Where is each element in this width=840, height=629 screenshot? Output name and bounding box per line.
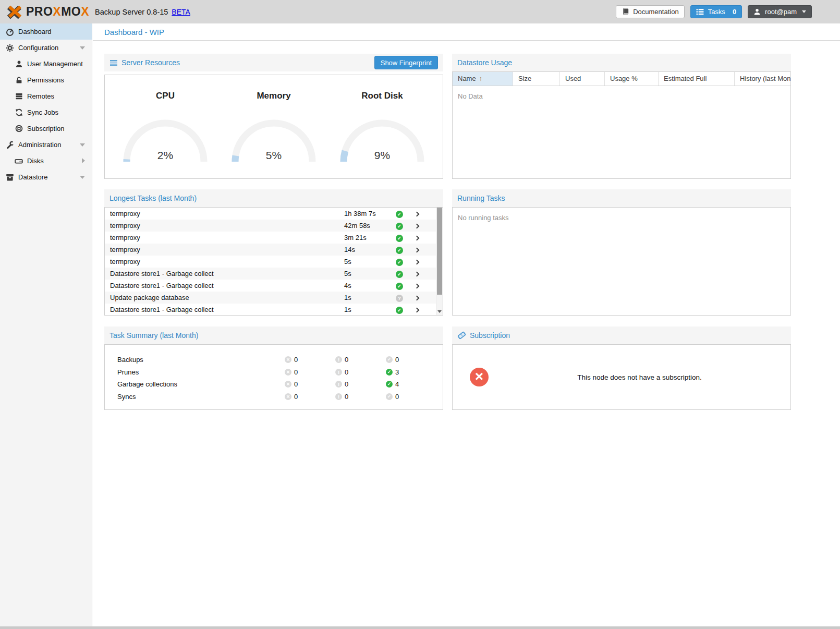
ok-status-icon — [396, 235, 403, 242]
column-header-history[interactable]: History (last Month) — [735, 72, 790, 86]
bars-icon — [109, 59, 118, 67]
chevron-down-icon — [802, 10, 806, 13]
sidebar-item-user-management[interactable]: User Management — [0, 56, 92, 72]
ok-count-icon — [386, 381, 393, 388]
user-icon — [753, 8, 761, 16]
summary-row-garbage-collections: Garbage collections 0 0 4 — [105, 378, 443, 391]
ok-status-icon — [396, 211, 403, 218]
open-task-button[interactable] — [409, 292, 424, 304]
open-task-button[interactable] — [409, 256, 424, 268]
sidebar-item-disks[interactable]: Disks — [0, 153, 92, 169]
tasks-count-badge: 0 — [733, 8, 736, 16]
column-header-estimated-full[interactable]: Estimated Full — [659, 72, 735, 86]
subscription-message: This node does not have a subscription. — [489, 373, 790, 381]
sidebar-item-subscription[interactable]: Subscription — [0, 120, 92, 137]
panel-title: Server Resources — [121, 58, 180, 67]
task-row[interactable]: Update package database 1s — [105, 292, 443, 304]
error-count-icon — [285, 369, 291, 376]
panel-title: Subscription — [470, 331, 510, 340]
panel-task-summary: Task Summary (last Month) Backups 0 0 0 … — [104, 326, 443, 410]
panel-server-resources: Server Resources Show Fingerprint CPU 2% — [104, 54, 443, 179]
book-icon — [622, 8, 629, 16]
user-menu-button[interactable]: root@pam — [748, 5, 812, 18]
sidebar-item-sync-jobs[interactable]: Sync Jobs — [0, 104, 92, 120]
sidebar-item-administration[interactable]: Administration — [0, 137, 92, 153]
warning-count-icon — [335, 356, 342, 363]
open-task-button[interactable] — [409, 268, 424, 280]
cpu-gauge: CPU 2% — [117, 91, 213, 163]
ticket-icon — [457, 331, 466, 340]
task-row[interactable]: termproxy 42m 58s — [105, 220, 443, 232]
task-row[interactable]: Datastore store1 - Garbage collect 5s — [105, 268, 443, 280]
no-running-tasks-text: No running tasks — [453, 208, 790, 228]
sidebar-item-configuration[interactable]: Configuration — [0, 40, 92, 56]
unknown-status-icon — [396, 295, 403, 302]
documentation-button[interactable]: Documentation — [616, 5, 684, 18]
sidebar-item-remotes[interactable]: Remotes — [0, 88, 92, 104]
panel-subscription: Subscription × This node does not have a… — [452, 326, 791, 410]
scrollbar-thumb[interactable] — [437, 208, 442, 295]
tachometer-icon — [5, 28, 15, 36]
beta-link[interactable]: BETA — [172, 8, 190, 16]
top-header: PROXMOX Backup Server 0.8-15 BETA Docume… — [0, 0, 840, 23]
tasks-button[interactable]: Tasks 0 — [690, 5, 742, 18]
open-task-button[interactable] — [409, 232, 424, 244]
error-count-icon — [285, 393, 291, 400]
warning-count-icon — [335, 369, 342, 376]
wrench-icon — [5, 141, 15, 149]
refresh-icon — [14, 108, 23, 116]
task-row[interactable]: Datastore store1 - Garbage collect 4s — [105, 280, 443, 292]
panel-title: Longest Tasks (last Month) — [109, 194, 197, 202]
chevron-right-icon — [414, 308, 419, 313]
show-fingerprint-button[interactable]: Show Fingerprint — [374, 56, 438, 69]
sidebar-item-permissions[interactable]: Permissions — [0, 72, 92, 88]
panel-longest-tasks: Longest Tasks (last Month) termproxy 1h … — [104, 189, 443, 316]
scrollbar-down-arrow[interactable] — [437, 310, 442, 313]
open-task-button[interactable] — [409, 280, 424, 292]
vertical-scrollbar[interactable] — [436, 208, 443, 315]
open-task-button[interactable] — [409, 208, 424, 220]
proxmox-logo: PROXMOX — [5, 4, 89, 20]
sidebar-item-dashboard[interactable]: Dashboard — [0, 23, 92, 40]
ok-status-icon — [396, 283, 403, 290]
task-row[interactable]: termproxy 14s — [105, 244, 443, 256]
sidebar-item-datastore[interactable]: Datastore — [0, 169, 92, 185]
memory-gauge: Memory 5% — [226, 91, 322, 163]
root-disk-gauge-value: 9% — [338, 149, 426, 162]
column-header-used[interactable]: Used — [560, 72, 605, 86]
summary-row-prunes: Prunes 0 0 3 — [105, 366, 443, 379]
chevron-right-icon — [414, 284, 419, 289]
summary-row-backups: Backups 0 0 0 — [105, 354, 443, 366]
ok-status-icon — [396, 223, 403, 230]
open-task-button[interactable] — [409, 220, 424, 232]
column-header-usage[interactable]: Usage % — [605, 72, 659, 86]
unlock-icon — [14, 76, 23, 84]
list-icon — [696, 8, 704, 16]
page-title: Dashboard - WIP — [104, 28, 164, 37]
longest-tasks-list: termproxy 1h 38m 7s termproxy 42m 58s te… — [105, 208, 443, 315]
window-bottom-edge — [0, 626, 840, 629]
gears-icon — [5, 44, 15, 52]
chevron-right-icon — [414, 236, 419, 241]
memory-gauge-value: 5% — [230, 149, 318, 162]
chevron-right-icon — [414, 260, 419, 265]
error-count-icon — [285, 381, 291, 388]
warning-count-icon — [335, 381, 342, 388]
open-task-button[interactable] — [409, 304, 424, 315]
warning-count-icon — [335, 393, 342, 400]
chevron-right-icon — [82, 158, 85, 163]
no-subscription-icon: × — [470, 368, 489, 386]
sort-asc-icon: ↑ — [479, 75, 482, 82]
task-row[interactable]: termproxy 5s — [105, 256, 443, 268]
task-row[interactable]: termproxy 3m 21s — [105, 232, 443, 244]
chevron-right-icon — [414, 248, 419, 253]
chevron-down-icon — [80, 143, 85, 147]
ok-status-icon — [396, 259, 403, 266]
task-row[interactable]: termproxy 1h 38m 7s — [105, 208, 443, 220]
ok-status-icon — [396, 271, 403, 278]
column-header-name[interactable]: Name↑ — [453, 72, 513, 86]
column-header-size[interactable]: Size — [513, 72, 560, 86]
task-row[interactable]: Datastore store1 - Garbage collect 1s — [105, 304, 443, 315]
panel-title: Running Tasks — [457, 194, 505, 202]
open-task-button[interactable] — [409, 244, 424, 256]
